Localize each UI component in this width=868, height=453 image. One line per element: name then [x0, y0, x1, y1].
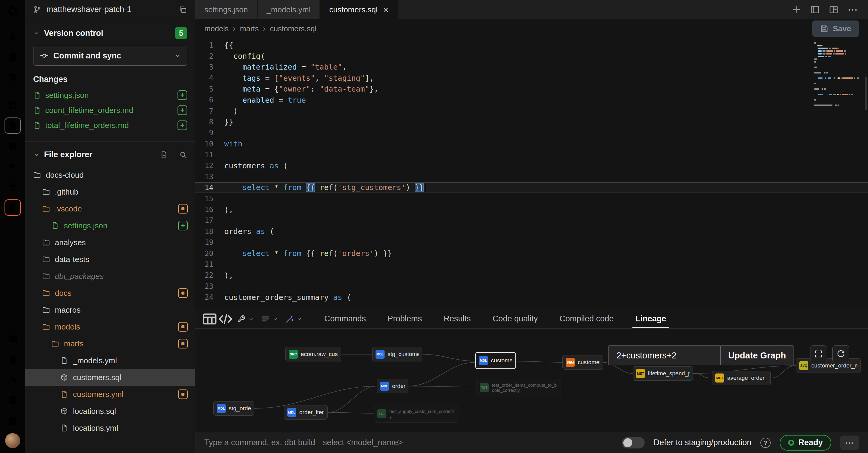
new-file-icon[interactable]	[160, 151, 168, 159]
changed-file-settings.json[interactable]: settings.json+	[25, 88, 195, 103]
lineage-node-customers[interactable]: SEMcustomers	[562, 355, 603, 369]
refresh-lineage-button[interactable]	[832, 346, 849, 362]
code-line-4[interactable]: 4 tags = ["events", "staging"],	[195, 73, 868, 84]
clipboard-icon[interactable]	[4, 351, 21, 367]
fix-tool-button[interactable]	[281, 315, 306, 323]
command-input[interactable]: Type a command, ex. dbt build --select <…	[204, 438, 613, 447]
commit-options-chevron[interactable]	[169, 46, 187, 65]
lineage-node-orders[interactable]: MDLorders	[377, 379, 408, 393]
code-line-22[interactable]: 22),	[195, 270, 868, 281]
ready-status-button[interactable]: Ready	[780, 435, 831, 451]
changed-file-count_lifetime_orders.md[interactable]: count_lifetime_orders.md+	[25, 103, 195, 118]
lineage-node-stg_customers[interactable]: MDLstg_customers	[372, 347, 422, 361]
headset-icon[interactable]	[4, 372, 21, 388]
close-tab-icon[interactable]: ×	[383, 5, 389, 14]
lineage-node-ecom.raw_customers[interactable]: SRCecom.raw_customers	[285, 347, 341, 361]
tab-_models.yml[interactable]: _models.yml	[258, 0, 320, 19]
panel-tab-Problems[interactable]: Problems	[377, 309, 433, 328]
save-button[interactable]: Save	[812, 21, 859, 37]
compile-code-icon[interactable]	[218, 311, 233, 327]
code-line-14[interactable]: 14 select * from {{ ref('stg_customers')…	[195, 182, 868, 193]
file-explorer-header[interactable]: File explorer	[25, 141, 195, 164]
split-editor-icon[interactable]	[829, 5, 838, 14]
copy-branch-icon[interactable]	[179, 5, 187, 14]
database-icon[interactable]	[4, 392, 21, 409]
panel-tab-Commands[interactable]: Commands	[313, 309, 377, 328]
dbt-logo-icon[interactable]	[4, 3, 21, 19]
panel-tab-Results[interactable]: Results	[433, 309, 482, 328]
format-tool-button[interactable]	[257, 315, 281, 323]
code-line-12[interactable]: 12customers as (	[195, 160, 868, 171]
tree-item-docs[interactable]: docs	[25, 285, 195, 301]
search-files-icon[interactable]	[179, 151, 187, 159]
code-line-1[interactable]: 1{{	[195, 40, 868, 51]
lineage-node-test_order_items_compute_to_bools_correctly[interactable]: TSTtest_order_items_compute_to_bools_cor…	[476, 379, 561, 396]
commit-and-sync-button[interactable]: Commit and sync	[33, 46, 187, 66]
archive-icon[interactable]	[4, 69, 21, 86]
calculator-icon[interactable]	[4, 413, 21, 429]
panel-tab-Code quality[interactable]: Code quality	[482, 309, 549, 328]
build-tool-button[interactable]	[233, 315, 257, 323]
code-line-10[interactable]: 10with	[195, 138, 868, 150]
tab-customers.sql[interactable]: customers.sql×	[320, 0, 398, 19]
lineage-node-test_supply_costs_sum_correctly[interactable]: TSTtest_supply_costs_sum_correctly	[374, 405, 458, 423]
notebook-icon[interactable]	[4, 49, 21, 65]
code-line-9[interactable]: 9	[195, 127, 868, 138]
lineage-node-order_items[interactable]: MDLorder_items	[284, 405, 328, 420]
breadcrumb-customers.sql[interactable]: customers.sql	[270, 24, 316, 33]
lineage-node-lifetime_spend_pretax[interactable]: METlifetime_spend_pretax	[632, 366, 693, 381]
tree-item-docs-cloud[interactable]: docs-cloud	[25, 167, 195, 184]
terminal-icon[interactable]	[4, 331, 21, 347]
lineage-node-average_order_value[interactable]: METaverage_order_value	[712, 371, 771, 385]
code-line-7[interactable]: 7 )	[195, 105, 868, 116]
lineage-node-customer_order_metrics[interactable]: SVQcustomer_order_metrics	[796, 358, 861, 373]
user-avatar[interactable]	[5, 433, 20, 448]
tree-item-marts[interactable]: marts	[25, 335, 195, 352]
code-area[interactable]: 1{{2 config(3 materialized = "table",4 t…	[195, 38, 868, 309]
tree-item-.github[interactable]: .github	[25, 184, 195, 200]
minimap[interactable]	[814, 41, 860, 107]
tree-item-locations.sql[interactable]: locations.sql	[25, 403, 195, 420]
tree-item-settings.json[interactable]: settings.json+	[25, 217, 195, 234]
new-tab-icon[interactable]	[792, 5, 801, 14]
panel-tab-Lineage[interactable]: Lineage	[624, 309, 677, 328]
defer-toggle[interactable]	[622, 437, 645, 449]
code-file-icon[interactable]	[4, 118, 21, 134]
lineage-selector-input[interactable]: 2+customers+2	[608, 346, 720, 365]
lineage-canvas[interactable]: 2+customers+2 Update Graph SRCecom.raw_c…	[195, 329, 868, 432]
preview-results-icon[interactable]	[202, 311, 218, 327]
marquee-icon[interactable]	[4, 138, 21, 154]
code-line-21[interactable]: 21	[195, 259, 868, 270]
code-line-19[interactable]: 19	[195, 237, 868, 248]
more-options-button[interactable]: ⋯	[840, 435, 859, 450]
code-line-5[interactable]: 5 meta = {"owner": "data-team"},	[195, 84, 868, 95]
tree-item-dbt_packages[interactable]: dbt_packages	[25, 268, 195, 285]
help-icon[interactable]: ?	[761, 438, 771, 448]
code-line-6[interactable]: 6 enabled = true	[195, 95, 868, 105]
editor-layout-icon[interactable]	[810, 5, 820, 14]
tree-item-locations.yml[interactable]: locations.yml	[25, 420, 195, 436]
update-graph-button[interactable]: Update Graph	[720, 346, 794, 365]
code-line-16[interactable]: 16),	[195, 204, 868, 215]
changed-file-total_lifetime_orders.md[interactable]: total_lifetime_orders.md+	[25, 118, 195, 133]
git-fork-icon[interactable]	[4, 179, 21, 195]
tree-item-analyses[interactable]: analyses	[25, 234, 195, 251]
tree-item-customers.yml[interactable]: customers.yml	[25, 386, 195, 403]
code-line-15[interactable]: 15	[195, 193, 868, 204]
fullscreen-button[interactable]	[810, 346, 827, 362]
code-line-24[interactable]: 24customer_orders_summary as (	[195, 292, 868, 303]
code-line-17[interactable]: 17	[195, 215, 868, 226]
telescope-icon[interactable]	[4, 158, 21, 175]
tree-item-_models.yml[interactable]: _models.yml	[25, 352, 195, 369]
code-line-8[interactable]: 8}}	[195, 117, 868, 127]
grid-icon[interactable]	[4, 97, 21, 113]
tree-item-customers.sql[interactable]: customers.sql	[25, 369, 195, 386]
branch-bar[interactable]: matthewshaver-patch-1	[25, 0, 195, 19]
panel-tab-Compiled code[interactable]: Compiled code	[549, 309, 624, 328]
tab-settings.json[interactable]: settings.json	[195, 0, 258, 19]
tree-item-data-tests[interactable]: data-tests	[25, 251, 195, 268]
tree-item-.vscode[interactable]: .vscode	[25, 200, 195, 217]
breadcrumb-models[interactable]: models	[204, 24, 229, 33]
code-line-2[interactable]: 2 config(	[195, 51, 868, 61]
code-line-20[interactable]: 20 select * from {{ ref('orders') }}	[195, 248, 868, 259]
